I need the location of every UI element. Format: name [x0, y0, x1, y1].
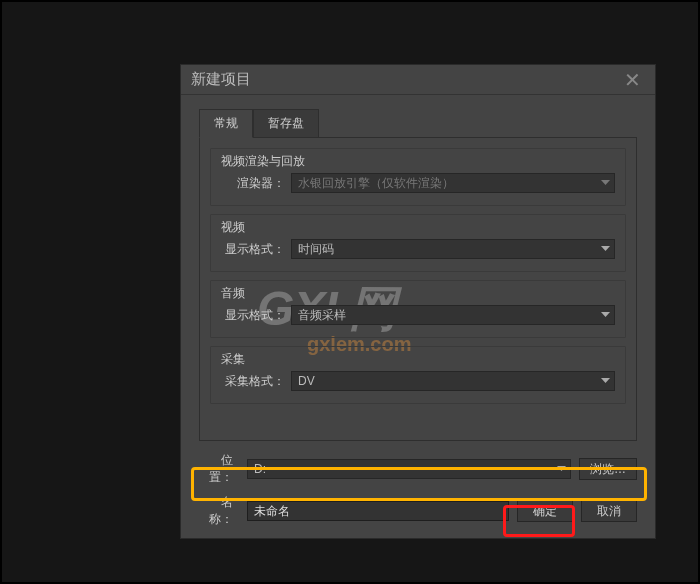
group-video: 视频 显示格式： 时间码 — [210, 214, 626, 272]
new-project-dialog: 新建项目 ✕ 常规 暂存盘 视频渲染与回放 渲染器： 水银回放引擎（仅软件渲染）… — [180, 64, 656, 539]
tab-general[interactable]: 常规 — [199, 109, 253, 138]
ok-button[interactable]: 确定 — [517, 500, 573, 522]
audio-format-value: 音频采样 — [298, 307, 346, 324]
capture-format-value: DV — [298, 374, 315, 388]
location-value: D: — [254, 462, 266, 476]
renderer-value: 水银回放引擎（仅软件渲染） — [298, 175, 454, 192]
tabs: 常规 暂存盘 — [199, 109, 655, 138]
name-label: 名称： — [199, 494, 239, 528]
capture-format-label: 采集格式： — [221, 373, 291, 390]
name-input[interactable] — [247, 501, 509, 521]
group-label: 采集 — [221, 351, 245, 368]
dialog-footer: 位置： D: 浏览… 名称： 确定 取消 — [199, 444, 637, 528]
group-capture: 采集 采集格式： DV — [210, 346, 626, 404]
chevron-down-icon — [601, 180, 610, 186]
chevron-down-icon — [601, 246, 610, 252]
group-audio: 音频 显示格式： 音频采样 — [210, 280, 626, 338]
chevron-down-icon — [601, 378, 610, 384]
audio-format-select[interactable]: 音频采样 — [291, 305, 615, 325]
chevron-down-icon — [601, 312, 610, 318]
location-label: 位置： — [199, 452, 239, 486]
capture-format-select[interactable]: DV — [291, 371, 615, 391]
tab-scratch[interactable]: 暂存盘 — [253, 109, 319, 138]
browse-button[interactable]: 浏览… — [579, 458, 637, 480]
location-select[interactable]: D: — [247, 459, 571, 479]
dialog-title: 新建项目 — [191, 70, 620, 89]
group-label: 视频 — [221, 219, 245, 236]
group-label: 视频渲染与回放 — [221, 153, 305, 170]
cancel-button[interactable]: 取消 — [581, 500, 637, 522]
renderer-select: 水银回放引擎（仅软件渲染） — [291, 173, 615, 193]
chevron-down-icon — [557, 466, 566, 472]
group-render: 视频渲染与回放 渲染器： 水银回放引擎（仅软件渲染） — [210, 148, 626, 206]
group-label: 音频 — [221, 285, 245, 302]
video-format-label: 显示格式： — [221, 241, 291, 258]
video-format-value: 时间码 — [298, 241, 334, 258]
audio-format-label: 显示格式： — [221, 307, 291, 324]
video-format-select[interactable]: 时间码 — [291, 239, 615, 259]
tab-panel-general: 视频渲染与回放 渲染器： 水银回放引擎（仅软件渲染） 视频 显示格式： 时间码 — [199, 137, 637, 441]
renderer-label: 渲染器： — [221, 175, 291, 192]
close-icon[interactable]: ✕ — [620, 68, 645, 92]
titlebar: 新建项目 ✕ — [181, 65, 655, 95]
